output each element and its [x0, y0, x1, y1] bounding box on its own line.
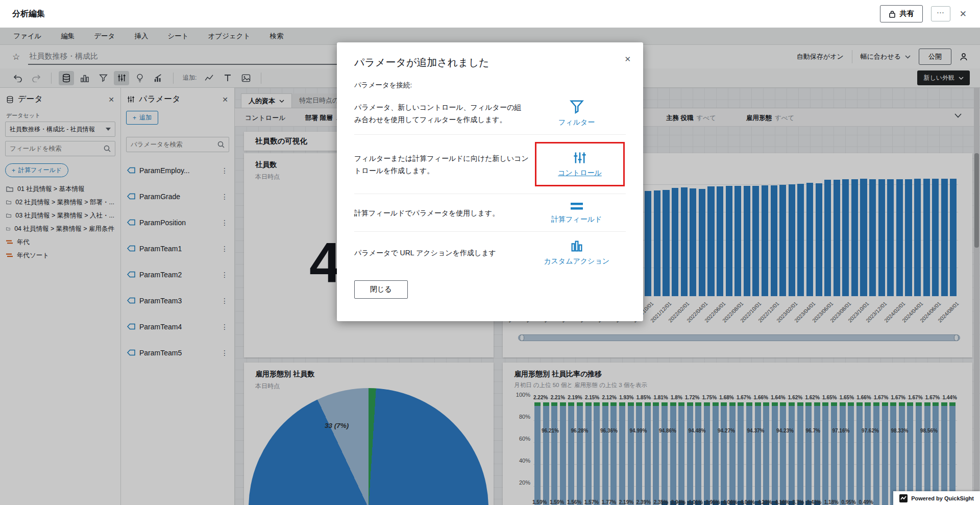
lock-icon — [889, 10, 896, 18]
modal-close-button[interactable]: 閉じる — [354, 280, 408, 299]
modal-title: パラメータが追加されました — [354, 56, 626, 69]
filter-icon — [569, 99, 584, 114]
calculated-field-icon — [570, 201, 584, 211]
powered-by-badge: Powered by QuickSight — [893, 491, 980, 505]
connect-label: パラメータを接続: — [354, 81, 626, 90]
modal-close-icon[interactable]: ✕ — [624, 55, 631, 64]
highlight-box: コントロール — [535, 142, 625, 186]
modal-row-filter: パラメータ、新しいコントロール、フィルターの組み合わせを使用してフィルターを作成… — [354, 92, 626, 134]
share-button[interactable]: 共有 — [880, 5, 923, 22]
modal-row-calculated-field: 計算フィールドでパラメータを使用します。 計算フィールド — [354, 194, 626, 231]
close-icon[interactable]: ✕ — [959, 9, 968, 19]
modal-row-control: フィルターまたは計算フィールドに向けた新しいコントロールを作成します。 コントロ… — [354, 134, 626, 194]
modal-row-custom-action: パラメータで URL アクションを作成します カスタムアクション — [354, 231, 626, 273]
filter-link[interactable]: フィルター — [558, 118, 595, 127]
more-options-button[interactable]: ⋯ — [931, 6, 950, 21]
calculated-field-link[interactable]: 計算フィールド — [551, 215, 602, 224]
quicksight-analysis-editor: 分析編集 共有 ⋯ ✕ ファイル編集データ挿入シートオブジェクト検索 ☆ 自動保… — [0, 0, 980, 505]
custom-action-link[interactable]: カスタムアクション — [544, 257, 609, 266]
control-icon — [573, 151, 587, 165]
page-title: 分析編集 — [12, 9, 45, 19]
quicksight-logo-icon — [899, 494, 908, 502]
title-bar: 分析編集 共有 ⋯ ✕ — [0, 0, 980, 28]
control-link[interactable]: コントロール — [558, 169, 602, 178]
custom-action-icon — [570, 239, 584, 253]
parameter-added-modal: パラメータが追加されました ✕ パラメータを接続: パラメータ、新しいコントロー… — [337, 42, 643, 321]
share-label: 共有 — [900, 9, 914, 18]
